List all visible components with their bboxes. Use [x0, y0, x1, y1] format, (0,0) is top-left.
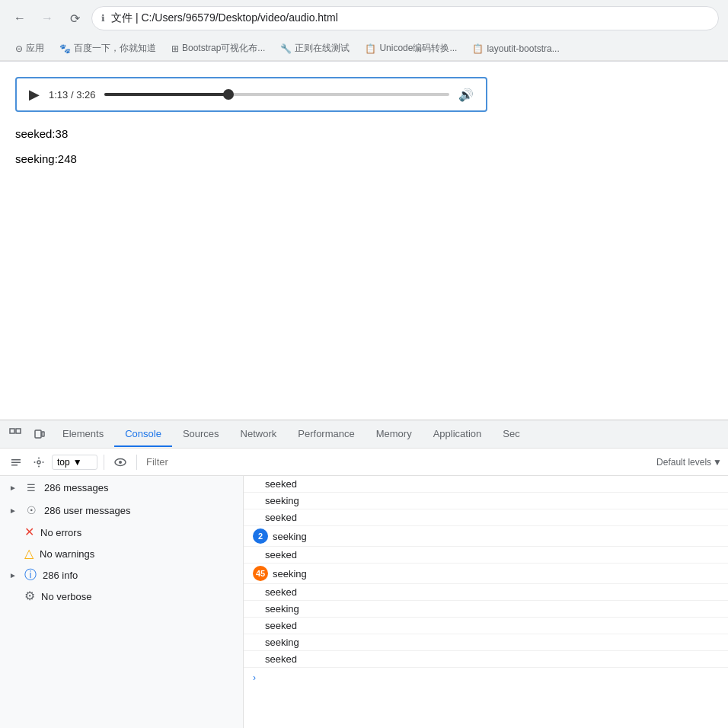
messages-list-icon: ☰	[24, 481, 38, 494]
svg-rect-0	[10, 429, 14, 433]
console-msg-seeked-4: seeked	[244, 584, 728, 601]
tab-console[interactable]: Console	[114, 422, 172, 447]
bookmark-regex-label: 正则在线测试	[295, 42, 350, 55]
console-msg-seeking-1: seeking	[244, 493, 728, 509]
console-msg-seeking-45: 45 seeking	[244, 564, 728, 584]
msg-text: seeking	[273, 568, 307, 580]
apps-icon: ⊝	[15, 43, 23, 54]
bookmark-apps[interactable]: ⊝ 应用	[9, 40, 50, 57]
bookmark-unicode[interactable]: 📋 Unicode编码转换...	[359, 40, 463, 57]
console-caret[interactable]: ›	[244, 668, 728, 688]
tab-application[interactable]: Application	[423, 422, 493, 447]
svg-rect-4	[11, 459, 21, 461]
sidebar-item-errors[interactable]: ► ✕ No errors	[0, 522, 243, 543]
bookmark-unicode-label: Unicode编码转换...	[379, 42, 457, 55]
tab-performance[interactable]: Performance	[287, 422, 365, 447]
sidebar-item-verbose[interactable]: ► ⚙ No verbose	[0, 586, 243, 607]
badge-45: 45	[253, 566, 268, 581]
svg-rect-5	[11, 461, 21, 463]
devtools-panel: Elements Console Sources Network Perform…	[0, 420, 728, 728]
browser-chrome: ← → ⟳ ℹ 文件 | C:/Users/96579/Desktop/vide…	[0, 0, 728, 62]
warnings-label: No warnings	[40, 548, 94, 560]
msg-text: seeking	[265, 637, 299, 648]
verbose-icon: ⚙	[24, 590, 35, 602]
msg-text: seeked	[265, 478, 297, 490]
tab-elements[interactable]: Elements	[52, 422, 114, 447]
regex-icon: 🔧	[280, 43, 292, 54]
device-toggle-button[interactable]	[27, 420, 52, 448]
bookmark-regex[interactable]: 🔧 正则在线测试	[274, 40, 356, 57]
levels-arrow: ▼	[713, 457, 722, 468]
context-arrow: ▼	[73, 457, 82, 468]
select-element-button[interactable]	[3, 420, 27, 448]
toolbar-divider2	[136, 455, 137, 470]
expand-user-icon: ►	[9, 506, 18, 515]
current-time: 1:13	[49, 89, 68, 101]
filter-input[interactable]	[143, 455, 653, 469]
console-msg-seeked-6: seeked	[244, 651, 728, 668]
bootstrap-icon: ⊞	[171, 43, 179, 54]
svg-point-13	[119, 461, 122, 464]
forward-button[interactable]: →	[37, 8, 58, 29]
audio-player: ▶ 1:13 / 3:26 🔊	[15, 77, 487, 112]
seeked-event: seeked:38	[15, 127, 713, 140]
eye-button[interactable]	[110, 452, 130, 472]
devtools-tabs: Elements Console Sources Network Perform…	[0, 420, 728, 449]
svg-point-7	[37, 461, 40, 464]
console-msg-seeked-2: seeked	[244, 509, 728, 526]
address-bar[interactable]: ℹ 文件 | C:/Users/96579/Desktop/video/audi…	[91, 6, 719, 30]
bookmark-baidu[interactable]: 🐾 百度一下，你就知道	[53, 40, 162, 57]
svg-point-8	[38, 457, 40, 458]
bookmark-apps-label: 应用	[26, 42, 44, 55]
sidebar-item-info[interactable]: ► ⓘ 286 info	[0, 564, 243, 586]
tab-security[interactable]: Sec	[492, 422, 530, 447]
play-button[interactable]: ▶	[29, 86, 40, 103]
page-content: ▶ 1:13 / 3:26 🔊 seeked:38 seeking:248	[0, 62, 728, 420]
messages-label: 286 messages	[44, 482, 109, 493]
tab-sources[interactable]: Sources	[172, 422, 230, 447]
badge-2: 2	[253, 528, 268, 544]
bookmark-layoutit[interactable]: 📋 layoutit-bootstra...	[466, 41, 565, 56]
svg-rect-2	[35, 430, 41, 438]
time-display: 1:13 / 3:26	[49, 89, 95, 101]
msg-text: seeking	[265, 603, 299, 615]
msg-text: seeking	[273, 531, 307, 542]
svg-point-11	[43, 461, 44, 463]
clear-console-button[interactable]	[6, 452, 26, 472]
user-messages-icon: ☉	[24, 503, 38, 517]
expand-info-icon: ►	[9, 571, 18, 580]
svg-point-10	[34, 461, 36, 463]
verbose-label: No verbose	[41, 591, 91, 602]
msg-text: seeked	[265, 549, 297, 560]
unicode-icon: 📋	[365, 43, 376, 54]
console-settings-button[interactable]	[29, 452, 49, 472]
default-levels-button[interactable]: Default levels ▼	[656, 457, 722, 468]
progress-bar[interactable]	[104, 93, 449, 96]
bookmark-baidu-label: 百度一下，你就知道	[74, 42, 156, 55]
console-msg-seeked-1: seeked	[244, 476, 728, 493]
toolbar-divider	[104, 455, 104, 470]
tab-network[interactable]: Network	[230, 422, 288, 447]
default-levels-label: Default levels	[656, 457, 711, 468]
sidebar-item-user-messages[interactable]: ► ☉ 286 user messages	[0, 499, 243, 522]
sidebar-item-warnings[interactable]: ► △ No warnings	[0, 543, 243, 564]
console-msg-seeking-2: 2 seeking	[244, 526, 728, 547]
back-button[interactable]: ←	[9, 8, 30, 29]
bookmark-bootstrap[interactable]: ⊞ Bootstrap可视化布...	[165, 40, 271, 57]
bookmark-bootstrap-label: Bootstrap可视化布...	[182, 42, 265, 55]
progress-thumb[interactable]	[223, 89, 234, 100]
svg-point-9	[38, 465, 40, 467]
tab-memory[interactable]: Memory	[366, 422, 423, 447]
baidu-icon: 🐾	[59, 43, 71, 54]
console-body: ► ☰ 286 messages ► ☉ 286 user messages ►…	[0, 476, 728, 728]
console-msg-seeking-4: seeking	[244, 634, 728, 651]
reload-button[interactable]: ⟳	[64, 8, 85, 29]
context-select[interactable]: top ▼	[52, 455, 97, 470]
volume-button[interactable]: 🔊	[458, 88, 474, 102]
user-messages-label: 286 user messages	[44, 505, 130, 516]
console-messages: seeked seeking seeked 2 seeking seeked 4…	[244, 476, 728, 728]
console-toolbar: top ▼ Default levels ▼	[0, 449, 728, 476]
layoutit-icon: 📋	[472, 43, 484, 54]
sidebar-item-messages[interactable]: ► ☰ 286 messages	[0, 476, 243, 499]
svg-rect-1	[16, 429, 21, 433]
